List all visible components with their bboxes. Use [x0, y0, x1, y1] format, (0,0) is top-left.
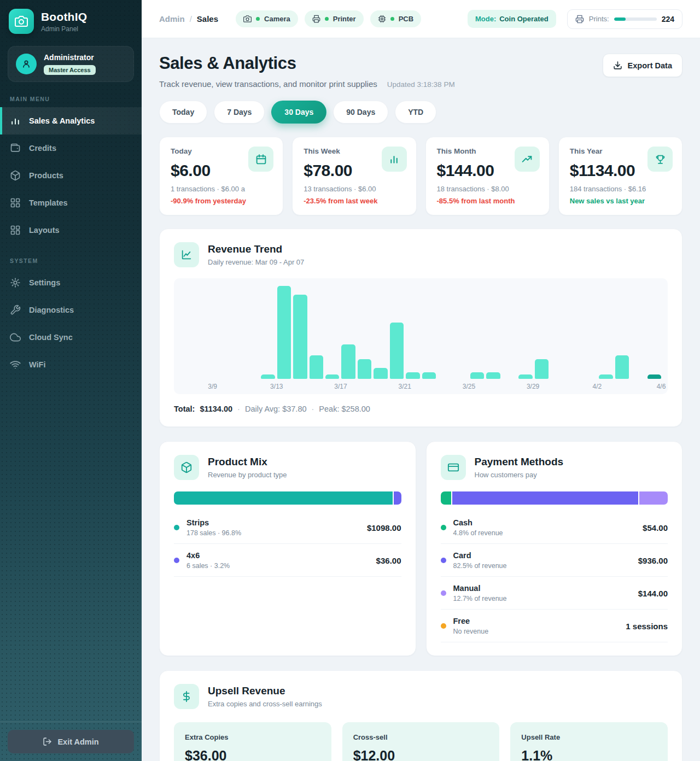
cloud-icon: [10, 332, 21, 343]
tab-ytd[interactable]: YTD: [395, 101, 436, 124]
revenue-bar: [518, 374, 532, 379]
legend-dot: [174, 558, 179, 563]
nav-section-main-menu: MAIN MENU: [10, 96, 142, 102]
sidebar-item-templates[interactable]: Templates: [0, 189, 142, 216]
row-name: Manual: [453, 584, 507, 593]
breadcrumb-separator: /: [190, 14, 192, 24]
segment-card: [452, 491, 638, 505]
sidebar-item-products[interactable]: Products: [0, 162, 142, 189]
stat-meta: 13 transactions · $6.00: [304, 185, 405, 193]
mini-value: $12.00: [353, 748, 489, 761]
breadcrumb-current: Sales: [197, 14, 218, 24]
sidebar-item-credits[interactable]: Credits: [0, 134, 142, 162]
tab-30-days[interactable]: 30 Days: [271, 101, 326, 124]
card-title: Upsell Revenue: [208, 685, 322, 697]
nav-section-system: SYSTEM: [10, 257, 142, 264]
product-mix-bar: [174, 491, 401, 505]
upsell-mini-cards: Extra Copies $36.00 1 orders Cross-sell …: [174, 722, 668, 761]
row-name: Free: [453, 617, 489, 625]
sidebar-item-label: Products: [29, 171, 63, 180]
mode-label: Mode:: [475, 15, 496, 23]
row-amount: 1 sessions: [626, 622, 668, 631]
peak: Peak: $258.00: [319, 405, 370, 413]
row-meta: No revenue: [453, 628, 489, 635]
x-tick: 3/29: [527, 383, 539, 390]
list-item: Cash 4.8% of revenue $54.00: [441, 511, 668, 544]
sidebar-footer: Exit Admin: [0, 722, 142, 761]
separator-dot: ·: [237, 405, 240, 413]
sidebar: BoothIQ Admin Panel Administrator Master…: [0, 0, 142, 761]
card-subtitle: Extra copies and cross-sell earnings: [208, 700, 322, 708]
mini-label: Upsell Rate: [521, 733, 657, 741]
row-meta: 12.7% of revenue: [453, 595, 507, 602]
export-data-button[interactable]: Export Data: [603, 54, 682, 77]
mini-card-upsell-rate: Upsell Rate 1.1% 2 of 184 sales: [510, 722, 668, 761]
row-name: Cash: [453, 518, 503, 527]
prints-progress-track: [614, 17, 657, 21]
stat-card-today: Today $6.00 1 transactions · $6.00 a -90…: [159, 137, 283, 215]
sidebar-item-cloud-sync[interactable]: Cloud Sync: [0, 324, 142, 351]
revenue-bar: [406, 372, 419, 379]
package-icon: [174, 455, 199, 480]
chart-summary: Total: $1134.00 · Daily Avg: $37.80 · Pe…: [174, 405, 668, 413]
tab-90-days[interactable]: 90 Days: [333, 101, 388, 124]
stat-card-this-week: This Week $78.00 13 transactions · $6.00…: [292, 137, 416, 215]
mini-label: Cross-sell: [353, 733, 489, 741]
legend-dot: [441, 558, 446, 563]
separator-dot: ·: [312, 405, 314, 413]
row-meta: 6 sales · 3.2%: [186, 562, 230, 570]
tab-today[interactable]: Today: [159, 101, 207, 124]
app-logo: [9, 9, 34, 34]
page-title: Sales & Analytics: [159, 54, 455, 73]
export-data-label: Export Data: [628, 61, 672, 70]
list-item: Card 82.5% of revenue $936.00: [441, 544, 668, 577]
sidebar-item-sales-analytics[interactable]: Sales & Analytics: [0, 107, 142, 134]
status-chip-label: PCB: [399, 15, 413, 23]
brand-subtitle: Admin Panel: [41, 25, 87, 33]
card-title: Revenue Trend: [208, 243, 304, 255]
list-item: Strips 178 sales · 96.8% $1098.00: [174, 511, 401, 544]
exit-admin-button[interactable]: Exit Admin: [8, 730, 134, 753]
sidebar-item-label: Layouts: [29, 226, 60, 235]
sidebar-item-layouts[interactable]: Layouts: [0, 216, 142, 244]
card-subtitle: Daily revenue: Mar 09 - Apr 07: [208, 258, 304, 266]
brand-name: BoothIQ: [41, 10, 87, 24]
row-name: Strips: [186, 518, 241, 527]
sidebar-item-diagnostics[interactable]: Diagnostics: [0, 296, 142, 324]
user-icon: [21, 58, 32, 69]
row-amount: $36.00: [376, 556, 401, 565]
range-tabs: Today 7 Days 30 Days 90 Days YTD: [159, 101, 682, 124]
printer-icon: [575, 15, 584, 24]
sidebar-item-label: Cloud Sync: [29, 333, 73, 342]
sidebar-item-wifi[interactable]: WiFi: [0, 351, 142, 378]
sidebar-item-settings[interactable]: Settings: [0, 269, 142, 296]
revenue-bar: [310, 355, 323, 379]
sidebar-item-label: Credits: [29, 144, 56, 153]
mini-value: $36.00: [185, 748, 320, 761]
row-amount: $1098.00: [367, 523, 401, 532]
revenue-bar: [277, 286, 291, 379]
row-amount: $144.00: [638, 589, 668, 598]
sidebar-item-label: Settings: [29, 278, 60, 287]
row-amount: $936.00: [638, 556, 668, 565]
stat-delta: -85.5% from last month: [437, 197, 538, 205]
x-tick: 3/13: [270, 383, 283, 390]
sidebar-item-label: Templates: [29, 198, 68, 207]
segment-manual: [639, 491, 668, 505]
download-icon: [613, 61, 622, 70]
x-tick: 3/9: [208, 383, 217, 390]
x-tick: 3/17: [334, 383, 347, 390]
legend-dot: [441, 590, 446, 596]
revenue-bars: [180, 286, 661, 379]
tab-7-days[interactable]: 7 Days: [214, 101, 265, 124]
breadcrumb-root[interactable]: Admin: [159, 14, 185, 24]
grid-icon: [10, 197, 21, 208]
revenue-bar: [261, 374, 275, 379]
status-chip-printer: Printer: [305, 10, 364, 27]
status-dot: [256, 17, 260, 21]
row-meta: 82.5% of revenue: [453, 562, 507, 570]
user-role-badge: Master Access: [44, 65, 96, 75]
product-mix-card: Product Mix Revenue by product type Stri…: [159, 441, 416, 656]
avatar: [16, 54, 37, 74]
list-item: Free No revenue 1 sessions: [441, 610, 668, 642]
